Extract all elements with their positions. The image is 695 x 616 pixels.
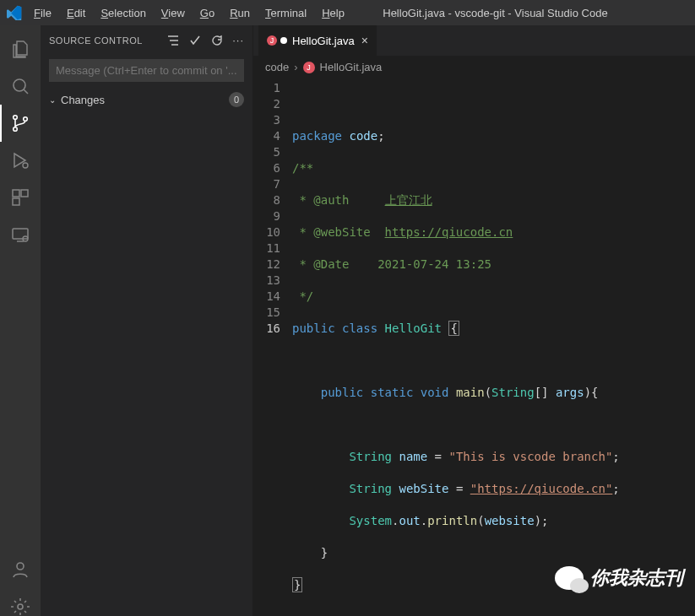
search-icon bbox=[10, 76, 30, 96]
close-icon[interactable]: × bbox=[361, 34, 368, 47]
chevron-right-icon: › bbox=[294, 61, 297, 73]
activity-accounts[interactable] bbox=[0, 551, 41, 588]
svg-point-3 bbox=[24, 117, 28, 122]
java-file-icon: J bbox=[303, 62, 315, 73]
files-icon bbox=[10, 39, 30, 59]
chevron-down-icon: ⌄ bbox=[49, 95, 56, 105]
vscode-logo-icon bbox=[7, 5, 22, 20]
window-title: HelloGit.java - vscode-git - Visual Stud… bbox=[351, 7, 690, 19]
commit-message-input[interactable] bbox=[49, 59, 244, 82]
svg-point-2 bbox=[14, 127, 18, 132]
view-tree-icon[interactable] bbox=[166, 34, 180, 47]
svg-point-1 bbox=[14, 116, 18, 120]
svg-point-10 bbox=[17, 563, 24, 570]
svg-rect-5 bbox=[13, 190, 19, 197]
breadcrumb[interactable]: code › J HelloGit.java bbox=[253, 56, 695, 78]
activity-search[interactable] bbox=[0, 68, 41, 105]
menu-help[interactable]: Help bbox=[315, 3, 351, 23]
editor-tabs: J HelloGit.java × bbox=[253, 25, 695, 56]
menu-selection[interactable]: Selection bbox=[94, 3, 152, 23]
menu-edit[interactable]: Edit bbox=[60, 3, 92, 23]
branch-icon bbox=[10, 113, 30, 133]
activity-bar bbox=[0, 25, 41, 616]
extensions-icon bbox=[10, 187, 30, 208]
source-control-sidebar: SOURCE CONTROL ··· ⌄ Changes 0 bbox=[41, 25, 253, 616]
gear-icon bbox=[10, 597, 30, 616]
menu-view[interactable]: View bbox=[155, 3, 192, 23]
svg-rect-6 bbox=[21, 190, 28, 197]
changes-section[interactable]: ⌄ Changes 0 bbox=[41, 89, 252, 111]
code-editor[interactable]: 12345678910111213141516 package code; /*… bbox=[253, 78, 695, 616]
line-gutter: 12345678910111213141516 bbox=[253, 80, 292, 616]
editor-group: J HelloGit.java × code › J HelloGit.java… bbox=[253, 25, 695, 616]
account-icon bbox=[10, 559, 30, 580]
refresh-icon[interactable] bbox=[210, 34, 224, 47]
java-file-icon: J bbox=[267, 35, 277, 46]
menu-terminal[interactable]: Terminal bbox=[258, 3, 313, 23]
svg-point-4 bbox=[23, 163, 28, 168]
commit-check-icon[interactable] bbox=[188, 34, 202, 47]
activity-remote-explorer[interactable] bbox=[0, 216, 41, 253]
menu-run[interactable]: Run bbox=[223, 3, 257, 23]
changes-count-badge: 0 bbox=[229, 92, 244, 107]
activity-explorer[interactable] bbox=[0, 30, 41, 68]
menu-file[interactable]: File bbox=[27, 3, 58, 23]
breadcrumb-file[interactable]: HelloGit.java bbox=[320, 61, 383, 73]
modified-indicator-icon bbox=[280, 37, 287, 44]
activity-extensions[interactable] bbox=[0, 179, 41, 216]
menu-bar: File Edit Selection View Go Run Terminal… bbox=[27, 3, 351, 23]
remote-icon bbox=[10, 224, 30, 245]
tab-hellogit[interactable]: J HelloGit.java × bbox=[258, 25, 377, 56]
svg-point-0 bbox=[14, 79, 25, 91]
activity-settings[interactable] bbox=[0, 588, 41, 616]
activity-run-debug[interactable] bbox=[0, 142, 41, 179]
svg-rect-8 bbox=[13, 229, 28, 239]
svg-rect-7 bbox=[13, 198, 19, 205]
activity-source-control[interactable] bbox=[0, 105, 41, 142]
sidebar-title-label: SOURCE CONTROL bbox=[49, 35, 166, 46]
code-lines[interactable]: package code; /** * @auth 上官江北 * @webSit… bbox=[292, 80, 695, 616]
changes-label: Changes bbox=[61, 94, 224, 106]
menu-go[interactable]: Go bbox=[193, 3, 221, 23]
sidebar-header: SOURCE CONTROL ··· bbox=[41, 25, 252, 56]
tab-filename: HelloGit.java bbox=[292, 35, 355, 47]
titlebar: File Edit Selection View Go Run Terminal… bbox=[0, 0, 695, 25]
breadcrumb-folder[interactable]: code bbox=[265, 61, 289, 73]
more-icon[interactable]: ··· bbox=[232, 34, 244, 47]
svg-point-11 bbox=[18, 604, 23, 609]
play-bug-icon bbox=[10, 150, 30, 170]
